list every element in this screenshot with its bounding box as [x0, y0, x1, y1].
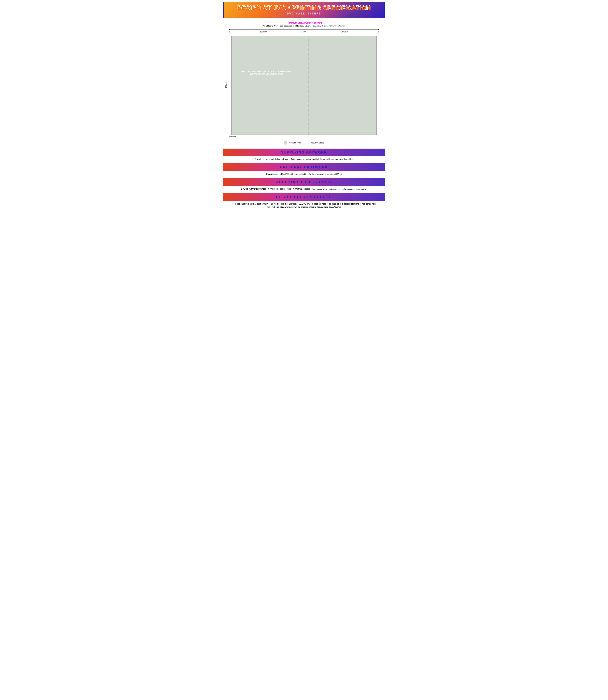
- section-body-preferred: Supplied as a Hi-Res PDF with fonts embe…: [223, 171, 385, 178]
- legend-bleed-label: Required Bleed: [310, 141, 324, 144]
- left-panel-dim: 129.5mm: [259, 31, 268, 33]
- legend: Printable Area Required Bleed: [223, 141, 385, 145]
- printable-area: PLEASE KEEP TEXT/IMPORTANT INFORMATION A…: [231, 36, 377, 135]
- bleed-label-bottom: 4mm Bleed: [229, 136, 236, 137]
- right-dim: ◄ 129.5mm ►: [309, 31, 380, 33]
- section-supplying-artwork: SUPPLYING ARTWORK Artwork can be supplie…: [223, 149, 385, 164]
- section-header-preferred: PREFERRED ARTWORK: [223, 164, 385, 171]
- right-panel-dim: 129.5mm: [340, 31, 349, 33]
- bold-italic-text: we will always provide an emailed proof …: [277, 206, 341, 208]
- bleed-box: 4mm Bleed 4mm Bleed PLEASE KEEP TEXT/IMP…: [228, 33, 380, 138]
- height-dim: 183mm: [225, 82, 227, 88]
- section-title-check: PLEASE CHECK YOUR FILE: [276, 195, 332, 199]
- trimmed-size-label: TRIMMED SIZE 273mm x 183mm: [223, 21, 385, 24]
- left-dim: ◄ 129.5mm ►: [228, 31, 299, 33]
- legend-bleed: Required Bleed: [306, 141, 324, 145]
- keep-text-overlay: PLEASE KEEP TEXT/IMPORTANT INFORMATION A…: [239, 71, 294, 75]
- legend-printable: Printable Area: [284, 141, 301, 145]
- section-header-acceptable: ACCEPTABLE FILES TYPES: [223, 178, 385, 186]
- bleed-note: An additional 4mm bleed is required on a…: [223, 25, 385, 27]
- section-title-supplying: SUPPLYING ARTWORK: [281, 150, 327, 154]
- bleed-label-top: 4mm Bleed: [372, 33, 379, 35]
- header-subtitle: DVD CASE INSERT: [287, 12, 321, 15]
- dimension-labels-row: ◄ 129.5mm ► ◄ 14mm ► ◄ 129.5mm ►: [227, 31, 381, 33]
- spine-dim-text: 14mm: [301, 31, 307, 33]
- legend-dashed-box: [306, 141, 309, 145]
- section-preferred-artwork: PREFERRED ARTWORK Supplied as a Hi-Res P…: [223, 164, 385, 178]
- total-width-arrow: ◄ ►: [227, 28, 381, 31]
- legend-printable-label: Printable Area: [288, 141, 301, 144]
- main-diagram: ▲ 183mm ▼ 4mm Bleed 4mm Bleed PLEASE KEE…: [228, 33, 380, 138]
- section-check-file: PLEASE CHECK YOUR FILE Your design shoul…: [223, 193, 385, 211]
- section-header-check: PLEASE CHECK YOUR FILE: [223, 193, 385, 201]
- header-title: DESIGN STUDIO / PRINTING SPECIFICATION: [237, 4, 370, 11]
- section-title-acceptable: ACCEPTABLE FILES TYPES: [276, 180, 332, 184]
- trimmed-size-text: TRIMMED SIZE 273mm x 183mm: [286, 21, 322, 24]
- section-body-check: Your design should have at least 4mm ove…: [223, 201, 385, 211]
- section-body-supplying: Artwork can be supplied via email as a p…: [223, 156, 385, 164]
- height-annotation: ▲ 183mm ▼: [225, 36, 227, 135]
- section-acceptable-files: ACCEPTABLE FILES TYPES EPS file (with fo…: [223, 178, 385, 193]
- spine-dim: ◄ 14mm ►: [299, 31, 309, 33]
- section-header-supplying: SUPPLYING ARTWORK: [223, 149, 385, 156]
- section-body-acceptable: EPS file (with fonts outlined), Illustra…: [223, 186, 385, 193]
- header-banner: DESIGN STUDIO / PRINTING SPECIFICATION D…: [223, 2, 385, 18]
- legend-grey-box: [284, 141, 287, 145]
- section-title-preferred: PREFERRED ARTWORK: [280, 165, 328, 169]
- info-sections: SUPPLYING ARTWORK Artwork can be supplie…: [223, 149, 385, 211]
- diagram-container: ◄ ► ◄ 129.5mm ► ◄ 14mm ► ◄ 129.5mm ►: [223, 28, 385, 138]
